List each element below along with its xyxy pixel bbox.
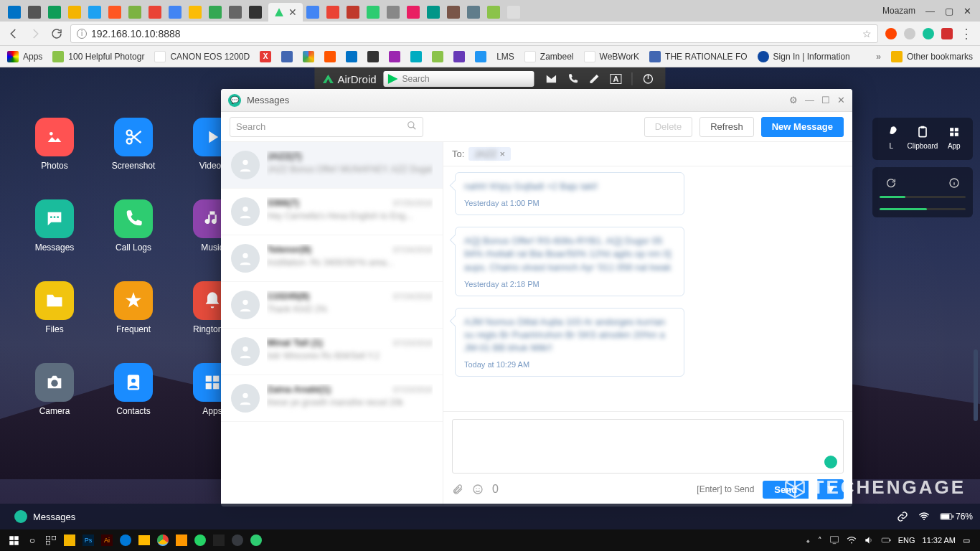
language-indicator[interactable]: ENG bbox=[898, 536, 915, 545]
reload-icon[interactable] bbox=[50, 27, 63, 40]
tab-favicon[interactable] bbox=[487, 6, 500, 19]
app-calllogs[interactable]: Call Logs bbox=[99, 199, 168, 253]
mail-icon[interactable] bbox=[546, 73, 557, 85]
taskbar-app-discord[interactable] bbox=[228, 530, 247, 550]
app-camera[interactable]: Camera bbox=[20, 363, 89, 416]
extension-icon[interactable] bbox=[923, 28, 934, 39]
tab-favicon[interactable] bbox=[128, 6, 141, 19]
tab-favicon[interactable] bbox=[249, 6, 262, 19]
window-titlebar[interactable]: 💬 Messages ⚙ — ☐ ✕ bbox=[221, 89, 852, 112]
airdroid-search[interactable]: Search bbox=[384, 71, 534, 87]
tab-favicon[interactable] bbox=[169, 6, 182, 19]
tab-favicon[interactable] bbox=[467, 6, 480, 19]
bookmark-item[interactable] bbox=[367, 51, 379, 62]
chrome-menu-icon[interactable]: ⋮ bbox=[960, 26, 973, 42]
minimize-icon[interactable]: — bbox=[925, 6, 935, 17]
action-center-icon[interactable]: ▭ bbox=[963, 536, 970, 545]
conversation-item[interactable]: Zaina Anabi(1)07/23/2018these ye growth … bbox=[221, 375, 443, 422]
conversation-item[interactable]: Minal Tall (1)07/23/2018Istir Wincorex R… bbox=[221, 329, 443, 375]
app-tool[interactable]: App bbox=[947, 125, 961, 150]
tray-app-icon[interactable]: ⬥ bbox=[806, 536, 811, 545]
bookmark-item[interactable] bbox=[389, 51, 400, 62]
tab-favicon[interactable] bbox=[88, 6, 101, 19]
tab-favicon[interactable] bbox=[507, 6, 520, 19]
compose-input[interactable] bbox=[452, 419, 844, 474]
app-files[interactable]: Files bbox=[20, 281, 89, 334]
delete-button[interactable]: Delete bbox=[644, 117, 693, 137]
tab-favicon[interactable] bbox=[48, 6, 61, 19]
tab-favicon[interactable] bbox=[229, 6, 242, 19]
tray-network-icon[interactable] bbox=[829, 535, 839, 545]
tab-close-icon[interactable]: ✕ bbox=[288, 6, 297, 18]
conversation-item[interactable]: Telenor(9)07/24/2018Instillation- Rs 340… bbox=[221, 235, 443, 282]
app-frequent[interactable]: Frequent bbox=[99, 281, 168, 334]
bookmark-item[interactable] bbox=[475, 51, 486, 62]
tab-favicon[interactable] bbox=[407, 6, 420, 19]
power-icon[interactable] bbox=[643, 73, 654, 85]
tab-favicon[interactable] bbox=[28, 6, 41, 19]
task-view-button[interactable] bbox=[42, 530, 60, 550]
window-settings-icon[interactable]: ⚙ bbox=[789, 95, 798, 105]
tab-favicon[interactable] bbox=[326, 6, 339, 19]
bookmark-item[interactable] bbox=[432, 51, 443, 62]
tab-favicon[interactable] bbox=[68, 6, 81, 19]
bookmark-item[interactable]: CANON EOS 1200D bbox=[154, 51, 250, 62]
tray-wifi-icon[interactable] bbox=[847, 535, 857, 545]
attachment-icon[interactable] bbox=[452, 484, 463, 495]
messages-search[interactable]: Search bbox=[230, 117, 423, 137]
bookmark-item[interactable] bbox=[281, 51, 293, 62]
cortana-button[interactable]: ○ bbox=[23, 530, 42, 550]
extension-icon[interactable] bbox=[941, 28, 953, 39]
info-icon[interactable] bbox=[948, 177, 960, 189]
refresh-icon[interactable] bbox=[885, 177, 897, 189]
remove-recipient-icon[interactable]: × bbox=[499, 149, 505, 159]
bookmark-item[interactable]: 100 Helpful Photogr bbox=[52, 51, 144, 62]
tab-favicon[interactable] bbox=[8, 6, 21, 19]
taskbar-app-unity[interactable] bbox=[209, 530, 228, 550]
bookmark-item[interactable]: LMS bbox=[496, 52, 514, 62]
extension-icon[interactable] bbox=[904, 28, 915, 39]
edit-icon[interactable] bbox=[589, 73, 600, 85]
bookmark-item[interactable] bbox=[324, 51, 336, 62]
bookmark-overflow[interactable]: » bbox=[876, 52, 881, 62]
clock[interactable]: 11:32 AM bbox=[923, 536, 956, 545]
apps-button[interactable]: Apps bbox=[7, 51, 42, 62]
taskbar-app-explorer[interactable] bbox=[60, 530, 79, 550]
tab-favicon[interactable] bbox=[306, 6, 319, 19]
bookmark-item[interactable] bbox=[303, 51, 314, 62]
phone-icon[interactable] bbox=[567, 73, 579, 85]
window-close-icon[interactable]: ✕ bbox=[837, 95, 845, 105]
conversation-item[interactable]: 3366(7)07/25/2018Hey Carmella's Hesa Eng… bbox=[221, 189, 443, 235]
tab-favicon[interactable] bbox=[367, 6, 380, 19]
url-tool[interactable]: L bbox=[884, 125, 898, 150]
close-icon[interactable]: ✕ bbox=[963, 6, 971, 17]
bookmark-item[interactable]: THE RATIONALE FO bbox=[649, 51, 747, 62]
emoji-icon[interactable] bbox=[472, 484, 484, 495]
link-icon[interactable] bbox=[897, 511, 908, 522]
bookmark-item[interactable]: Sign In | Information bbox=[758, 51, 850, 62]
clipboard-tool[interactable]: Clipboard bbox=[908, 125, 938, 150]
bookmark-item[interactable]: X bbox=[260, 51, 271, 62]
start-button[interactable] bbox=[4, 530, 23, 550]
window-minimize-icon[interactable]: — bbox=[805, 95, 814, 105]
tab-favicon[interactable] bbox=[149, 6, 161, 19]
tab-favicon[interactable] bbox=[347, 6, 359, 19]
star-icon[interactable]: ☆ bbox=[862, 28, 872, 39]
tray-overflow-icon[interactable]: ˄ bbox=[818, 536, 822, 545]
bookmark-item[interactable] bbox=[346, 51, 357, 62]
taskbar-app-sublime[interactable] bbox=[172, 530, 191, 550]
taskbar-app-airdroid[interactable] bbox=[247, 530, 265, 550]
address-bar[interactable]: i 192.168.10.10:8888 ☆ bbox=[70, 24, 878, 43]
to-chip[interactable]: JAZZ × bbox=[468, 147, 511, 161]
text-tool-icon[interactable]: A bbox=[611, 74, 622, 84]
tab-favicon[interactable] bbox=[189, 6, 202, 19]
chrome-profile[interactable]: Moazam bbox=[882, 6, 915, 16]
taskbar-app-whatsapp[interactable] bbox=[191, 530, 209, 550]
tab-favicon[interactable] bbox=[427, 6, 440, 19]
tab-favicon[interactable] bbox=[447, 6, 460, 19]
bookmark-item[interactable] bbox=[453, 51, 465, 62]
app-messages[interactable]: Messages bbox=[20, 199, 89, 253]
refresh-button[interactable]: Refresh bbox=[699, 117, 754, 137]
extension-icon[interactable] bbox=[885, 28, 897, 39]
bookmark-item[interactable] bbox=[410, 51, 422, 62]
